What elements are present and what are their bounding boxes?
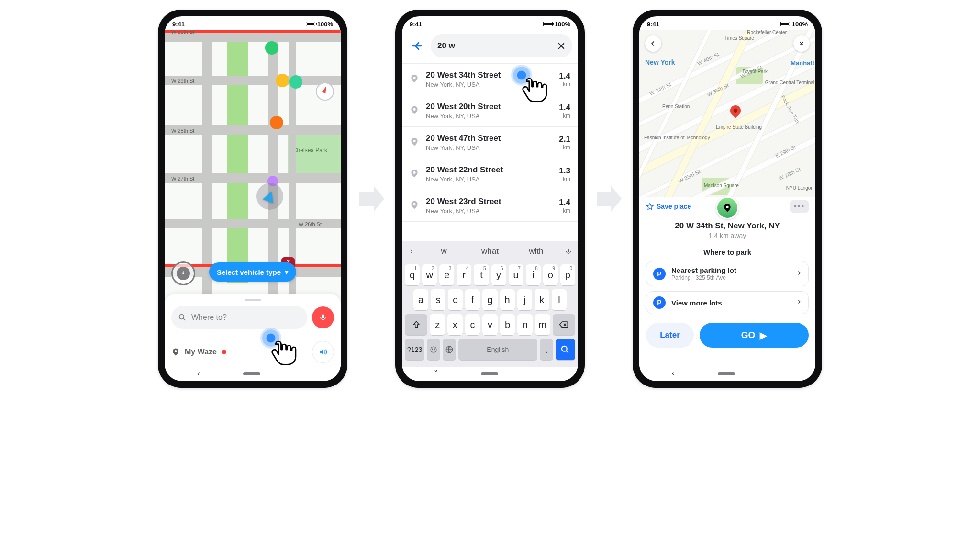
search-results[interactable]: 20 West 34th Street New York, NY, USA 1.… [402, 63, 578, 241]
key-o[interactable]: 9o [543, 264, 558, 285]
search-result-item[interactable]: 20 West 34th Street New York, NY, USA 1.… [402, 64, 578, 95]
key-m[interactable]: m [535, 314, 550, 335]
status-time: 9:41 [410, 21, 422, 28]
globe-key[interactable] [443, 339, 456, 360]
chevron-right-icon [797, 298, 802, 307]
result-distance: 2.1 [559, 135, 570, 144]
later-button[interactable]: Later [646, 323, 694, 348]
key-u[interactable]: 7u [509, 264, 523, 285]
clear-button[interactable] [557, 42, 566, 50]
go-button[interactable]: GO ▶ [700, 323, 809, 348]
flow-arrow-icon [357, 184, 386, 213]
key-j[interactable]: j [517, 289, 532, 310]
search-field[interactable] [431, 34, 572, 57]
key-y[interactable]: 6y [491, 264, 506, 285]
nav-home-pill[interactable] [718, 372, 735, 375]
emoji-icon [430, 346, 437, 353]
map-back-button[interactable] [645, 35, 661, 52]
statusbar: 9:41 100% [402, 18, 578, 30]
my-location-pin [256, 183, 283, 210]
suggestion-item[interactable]: w [421, 244, 467, 259]
symbols-key[interactable]: ?123 [405, 339, 424, 360]
label-fit: Fashion Institute of Technology [644, 135, 710, 140]
label-rock: Rockefeller Center [747, 30, 787, 35]
key-a[interactable]: a [413, 289, 428, 310]
save-place-button[interactable]: Save place [646, 203, 691, 210]
parking-item[interactable]: P Nearest parking lotParking · 325 5th A… [646, 261, 809, 286]
back-button[interactable] [408, 40, 427, 52]
key-c[interactable]: c [465, 314, 480, 335]
search-result-item[interactable]: 20 West 20th Street New York, NY, USA 1.… [402, 95, 578, 127]
search-text-input[interactable] [437, 41, 557, 51]
key-v[interactable]: v [482, 314, 498, 335]
parking-subtitle: Parking · 325 5th Ave [671, 274, 791, 281]
sheet-grabber[interactable] [245, 299, 261, 301]
result-subtitle: New York, NY, USA [426, 144, 552, 151]
nav-back-icon[interactable]: ‹ [672, 369, 674, 378]
key-n[interactable]: n [517, 314, 533, 335]
search-result-item[interactable]: 20 West 22nd Street New York, NY, USA 1.… [402, 158, 578, 190]
my-waze-button[interactable]: My Waze [171, 348, 226, 356]
shift-icon [412, 320, 421, 329]
result-unit: km [559, 81, 570, 88]
emoji-key[interactable]: , [427, 339, 440, 360]
search-submit-key[interactable] [556, 339, 575, 360]
more-menu-button[interactable]: ••• [790, 200, 809, 213]
voice-search-button[interactable] [312, 306, 334, 328]
home-map[interactable]: Chelsea Park W 30th St W 29th St W 28th … [165, 30, 341, 367]
mic-icon [319, 313, 327, 322]
key-b[interactable]: b [500, 314, 515, 335]
result-title: 20 West 34th Street [426, 70, 552, 80]
key-p[interactable]: 0p [560, 264, 575, 285]
space-key[interactable]: English [458, 339, 538, 360]
key-w[interactable]: 2w [422, 264, 437, 285]
key-g[interactable]: g [482, 289, 497, 310]
compass-button[interactable] [316, 82, 334, 101]
key-t[interactable]: 5t [474, 264, 489, 285]
suggestion-item[interactable]: what [467, 244, 512, 259]
backspace-key[interactable] [553, 314, 575, 335]
result-distance: 1.4 [559, 198, 570, 207]
nav-home-pill[interactable] [481, 372, 498, 375]
shift-key[interactable] [405, 314, 427, 335]
wazer-3 [289, 75, 302, 89]
key-k[interactable]: k [535, 289, 549, 310]
key-f[interactable]: f [465, 289, 480, 310]
park-label: Chelsea Park [293, 147, 327, 154]
mic-icon [565, 248, 572, 255]
key-i[interactable]: 8i [526, 264, 541, 285]
key-h[interactable]: h [500, 289, 515, 310]
phone-frame-1: 9:41 100% Chelsea Park W [158, 10, 347, 388]
expand-suggestions[interactable]: › [402, 247, 421, 256]
key-e[interactable]: 3e [439, 264, 454, 285]
key-d[interactable]: d [448, 289, 463, 310]
period-key[interactable]: . [540, 339, 553, 360]
suggestion-item[interactable]: with [513, 244, 559, 259]
search-icon [178, 313, 187, 322]
key-s[interactable]: s [431, 289, 445, 310]
wazer-2 [276, 74, 289, 87]
select-vehicle-chip[interactable]: Select vehicle type ▾ [209, 262, 296, 282]
kbd-voice-button[interactable] [559, 248, 578, 255]
search-result-item[interactable]: 20 West 23rd Street New York, NY, USA 1.… [402, 190, 578, 222]
sound-button[interactable] [312, 341, 334, 363]
backspace-icon [559, 320, 568, 329]
key-q[interactable]: 1q [405, 264, 420, 285]
result-distance: 1.4 [559, 71, 570, 81]
key-r[interactable]: 4r [457, 264, 471, 285]
label-manh: Manhatt [791, 59, 814, 67]
nav-back-icon[interactable]: ‹ [197, 369, 200, 378]
key-x[interactable]: x [447, 314, 463, 335]
key-z[interactable]: z [430, 314, 445, 335]
destination-map[interactable]: New York Times Square Rockefeller Center… [639, 30, 815, 197]
close-button[interactable] [793, 35, 810, 52]
search-input[interactable]: Where to? [171, 306, 307, 329]
street-w29: W 29th St [171, 78, 194, 84]
nav-collapse-icon[interactable]: ˅ [434, 369, 438, 378]
key-l[interactable]: l [552, 289, 567, 310]
battery-icon [306, 22, 315, 26]
nav-home-pill[interactable] [243, 372, 260, 375]
result-unit: km [559, 207, 570, 214]
search-result-item[interactable]: 20 West 47th Street New York, NY, USA 2.… [402, 127, 578, 158]
parking-item[interactable]: P View more lots [646, 291, 809, 314]
